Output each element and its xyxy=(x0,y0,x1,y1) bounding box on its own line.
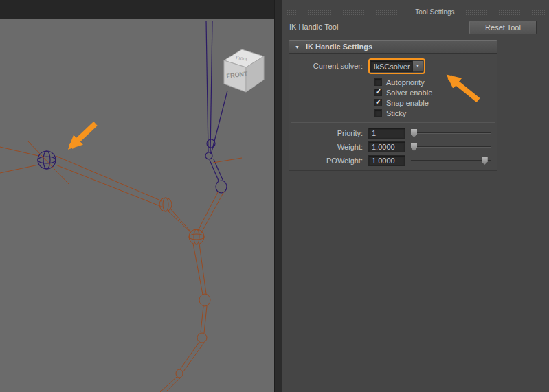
priority-slider[interactable] xyxy=(411,126,491,140)
autopriority-checkbox[interactable]: ✓ xyxy=(374,78,382,86)
priority-label: Priority: xyxy=(289,129,368,137)
sticky-checkbox[interactable]: ✓ xyxy=(374,109,382,117)
solver-dropdown-value[interactable]: ikSCsolver xyxy=(370,60,413,72)
snap-enable-row: ✓ Snap enable xyxy=(374,97,497,108)
panel-divider xyxy=(274,0,282,392)
panel-drag-texture xyxy=(287,10,407,16)
autopriority-row: ✓ Autopriority xyxy=(374,77,497,87)
poweight-field[interactable] xyxy=(368,155,405,166)
priority-row: Priority: xyxy=(289,126,497,140)
solver-dropdown[interactable]: ikSCsolver ▼ xyxy=(370,60,423,72)
ik-handle-settings-frame: ▼ IK Handle Settings Current solver: ikS… xyxy=(289,40,497,171)
solver-enable-label: Solver enable xyxy=(386,89,432,97)
front-view-cube: Front FRONT xyxy=(224,49,264,92)
sticky-label: Sticky xyxy=(386,109,406,117)
tool-settings-panel: Tool Settings IK Handle Tool Reset Tool … xyxy=(282,0,549,392)
poweight-slider[interactable] xyxy=(411,154,491,168)
current-solver-label: Current solver: xyxy=(289,62,368,70)
solver-enable-row: ✓ Solver enable xyxy=(374,87,497,97)
separator xyxy=(291,122,495,123)
frame-title: IK Handle Settings xyxy=(306,43,372,51)
weight-label: Weight: xyxy=(289,143,368,151)
poweight-label: POWeight: xyxy=(289,157,368,165)
viewport-menu-bar xyxy=(0,0,274,19)
skeleton-wireframe: Front FRONT xyxy=(0,0,274,392)
weight-field[interactable] xyxy=(368,141,405,152)
checkbox-column: ✓ Autopriority ✓ Solver enable ✓ Snap en… xyxy=(289,77,497,118)
check-icon: ✓ xyxy=(375,97,381,106)
weight-slider[interactable] xyxy=(411,140,491,154)
snap-enable-checkbox[interactable]: ✓ xyxy=(374,99,382,106)
solver-dropdown-button[interactable]: ▼ xyxy=(413,60,423,72)
chevron-down-icon: ▼ xyxy=(416,64,420,68)
poweight-row: POWeight: xyxy=(289,154,497,168)
viewport-panel[interactable]: Front FRONT xyxy=(0,0,274,392)
ik-handle-settings-header[interactable]: ▼ IK Handle Settings xyxy=(289,40,497,54)
check-icon: ✓ xyxy=(375,87,381,96)
priority-slider-handle[interactable] xyxy=(411,129,417,137)
weight-row: Weight: xyxy=(289,140,497,154)
priority-field[interactable] xyxy=(368,128,405,139)
current-solver-row: Current solver: ikSCsolver ▼ xyxy=(289,58,497,74)
panel-drag-texture xyxy=(461,10,545,16)
solver-dropdown-highlight: ikSCsolver ▼ xyxy=(368,58,425,74)
weight-slider-handle[interactable] xyxy=(411,143,417,151)
panel-title: Tool Settings xyxy=(409,8,461,16)
sticky-row: ✓ Sticky xyxy=(374,108,497,118)
poweight-slider-handle[interactable] xyxy=(482,157,488,165)
solver-enable-checkbox[interactable]: ✓ xyxy=(374,89,382,96)
frame-body: Current solver: ikSCsolver ▼ ✓ Au xyxy=(289,54,497,171)
snap-enable-label: Snap enable xyxy=(386,99,429,107)
ik-handle-wireframe xyxy=(38,21,227,193)
bone-wireframe xyxy=(0,141,242,392)
autopriority-label: Autopriority xyxy=(386,78,425,87)
tool-name-label: IK Handle Tool xyxy=(289,23,338,31)
collapse-triangle-icon: ▼ xyxy=(295,45,300,49)
reset-tool-button[interactable]: Reset Tool xyxy=(469,21,537,34)
